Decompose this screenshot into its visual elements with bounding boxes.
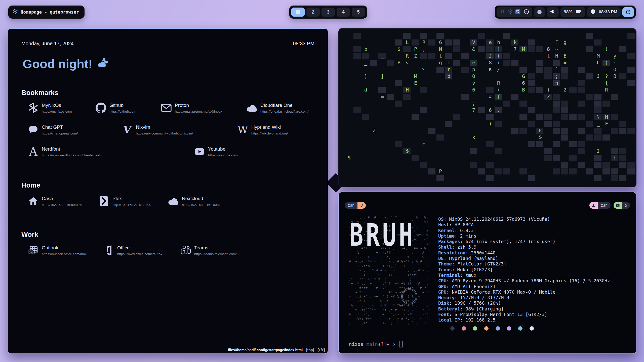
- bookmark-youtube[interactable]: Youtube https://youtube.com: [194, 146, 238, 157]
- matrix-terminal-window[interactable]: b_)d_j=$BLRvHPZMER,%6NtgcrbV&epOv6;7eJ8K…: [338, 28, 636, 187]
- matrix-trail-square: [578, 162, 585, 168]
- bookmark-chatgpt[interactable]: Chat GPT https://chat.openai.com/: [28, 124, 78, 135]
- greeting: Good night!: [23, 57, 109, 71]
- tmux-shell-pill[interactable]: zsh: [589, 202, 611, 209]
- tmux-session-pill[interactable]: zsh 0: [345, 202, 366, 209]
- workspace-5-button[interactable]: 5: [352, 8, 365, 17]
- matrix-trail-square: [403, 94, 411, 100]
- bookmark-title: Chat GPT: [42, 124, 78, 130]
- matrix-glyph: y: [612, 53, 618, 59]
- matrix-trail-square: [436, 67, 444, 73]
- bookmark-mynixos[interactable]: MyNixOs https://mynixos.com: [28, 102, 72, 113]
- battery-percent: 98%: [564, 10, 572, 15]
- bookmark-casa[interactable]: Casa http://192.168.2.16:8081/#/: [28, 196, 82, 207]
- matrix-trail-square: [561, 162, 568, 168]
- workspace-4-button[interactable]: 4: [337, 8, 350, 17]
- matrix-trail-square: [362, 53, 369, 59]
- fetch-info-row: Shell: zsh 5.9: [438, 244, 610, 250]
- fetch-info-row: Memory: 1577MiB / 31377MiB: [438, 295, 610, 300]
- matrix-trail-square: [436, 134, 444, 141]
- bookmark-outlook[interactable]: Outlook https://outlook.office.com/mail/: [28, 245, 87, 256]
- matrix-trail-square: [536, 60, 543, 66]
- matrix-trail-square: [528, 80, 535, 86]
- palette-dot: [518, 326, 522, 331]
- bookmark-title: Nixvim: [136, 124, 193, 130]
- startpage-header: Monday, June 17, 2024 08:33 PM: [21, 41, 314, 47]
- shield-icon: [515, 9, 520, 15]
- fetch-terminal-window[interactable]: zsh 0 zsh: [338, 192, 636, 354]
- workspace-3-button[interactable]: 3: [321, 8, 335, 17]
- matrix-trail-square: [486, 46, 494, 52]
- fetch-info-row: Resolution: 644×362: [438, 250, 610, 256]
- bookmark-plex[interactable]: Plex http://192.168.2.16:32400: [98, 196, 151, 207]
- bookmark-title: Hyprland Wiki: [251, 124, 288, 130]
- record-indicator-group[interactable]: [534, 7, 545, 17]
- matrix-trail-square: [619, 121, 626, 127]
- matrix-trail-square: [627, 80, 635, 86]
- bookmark-hyprland-wiki[interactable]: W Hyprland Wiki https://wiki.hyprland.or…: [237, 124, 288, 135]
- matrix-glyph: _: [380, 53, 385, 59]
- matrix-glyph: I: [595, 148, 601, 154]
- terminal-icon: [614, 202, 622, 209]
- matrix-glyph: R: [405, 53, 410, 59]
- matrix-glyph: (: [496, 53, 501, 59]
- matrix-glyph: h: [496, 39, 501, 46]
- fetch-info-row: DE: Hyprland (Wayland): [438, 256, 610, 261]
- matrix-trail-square: [627, 33, 635, 39]
- matrix-trail-square: [553, 128, 560, 134]
- matrix-trail-square: [627, 128, 635, 134]
- matrix-trail-square: [370, 60, 377, 66]
- user-icon: [589, 202, 598, 209]
- matrix-trail-square: [619, 155, 626, 161]
- window-title: Homepage - qutebrowser: [21, 10, 79, 15]
- bookmark-nerdfont[interactable]: A Nerdfont https://www.nerdfonts.com/che…: [28, 146, 100, 157]
- bookmark-title: Casa: [42, 196, 82, 201]
- bookmark-url: https://github.com: [109, 110, 136, 113]
- window-title-pill[interactable]: Homepage - qutebrowser: [8, 6, 85, 19]
- prompt-host: nixos: [349, 341, 363, 347]
- bookmark-title: Cloudflare One: [260, 103, 308, 108]
- bookmark-proton[interactable]: Proton https://mail.proton.me/u/0/inbox: [161, 102, 222, 113]
- matrix-trail-square: [519, 168, 527, 174]
- power-button[interactable]: [622, 7, 634, 17]
- matrix-trail-square: [544, 67, 552, 73]
- bookmark-nixvim[interactable]: V Nixvim https://nix-community.github.io…: [122, 124, 193, 135]
- clock-time: 08:33 PM: [599, 10, 617, 15]
- matrix-trail-square: [445, 39, 452, 46]
- shell-prompt[interactable]: nixos main ✱?!+ ›: [349, 341, 403, 347]
- tmux-window-count: 5: [622, 202, 630, 209]
- statusbar-scroll-position: [top]: [306, 348, 314, 352]
- section-heading-bookmarks: Bookmarks: [21, 89, 58, 97]
- battery-group[interactable]: 98%: [560, 7, 585, 17]
- matrix-glyph: P: [438, 168, 443, 174]
- matrix-trail-square: [412, 114, 419, 120]
- matrix-glyph: {: [604, 80, 609, 86]
- bookmark-office[interactable]: Office https://www.office.com/?auth=2: [103, 245, 164, 256]
- matrix-trail-square: [420, 87, 427, 93]
- cmatrix-rain: b_)d_j=$BLRvHPZMER,%6NtgcrbV&epOv6;7eJ8K…: [339, 29, 636, 187]
- matrix-trail-square: [478, 46, 485, 52]
- bookmark-teams[interactable]: Teams https://teams.microsoft.com/_: [180, 245, 238, 256]
- bookmark-nextcloud[interactable]: Nextcloud http://192.168.2.16:10081: [168, 196, 221, 207]
- workspace-1-button[interactable]: [291, 8, 305, 17]
- bookmark-github[interactable]: Github https://github.com: [95, 102, 136, 113]
- qutebrowser-window[interactable]: Monday, June 17, 2024 08:33 PM Good nigh…: [8, 28, 328, 354]
- bookmark-url: https://www.nerdfonts.com/cheat-sheet: [42, 153, 100, 157]
- clock-group[interactable]: 08:33 PM: [587, 7, 621, 17]
- workspace-2-button[interactable]: 2: [306, 8, 320, 17]
- bookmark-cloudflare-one[interactable]: Cloudflare One https://one.dash.cloudfla…: [246, 102, 308, 113]
- tmux-window-count-pill[interactable]: 5: [614, 202, 630, 209]
- fetch-info-row: Theme: FlatColor [GTK2/3]: [438, 261, 610, 267]
- matrix-trail-square: [561, 134, 568, 141]
- matrix-trail-square: [611, 94, 618, 100]
- matrix-glyph: Z: [546, 93, 551, 100]
- tray-icons-group[interactable]: [497, 7, 532, 17]
- matrix-trail-square: [495, 168, 502, 174]
- matrix-trail-square: [395, 141, 402, 147]
- matrix-glyph: g: [438, 59, 443, 66]
- matrix-glyph: ): [546, 86, 551, 93]
- matrix-trail-square: [428, 53, 435, 59]
- network-icon: [500, 9, 505, 15]
- matrix-glyph: _: [363, 59, 369, 66]
- volume-group[interactable]: [547, 7, 559, 17]
